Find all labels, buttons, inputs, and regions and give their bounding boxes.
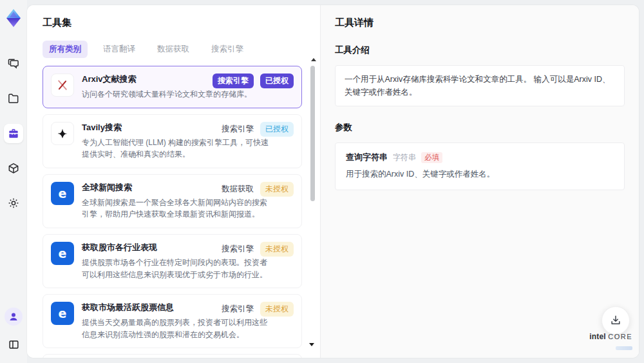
app-logo-icon[interactable] <box>3 8 24 28</box>
intel-ultra-mark <box>616 346 632 350</box>
tavily-star-icon <box>51 122 74 145</box>
tool-card-sector-performance[interactable]: e 获取股市各行业表现 提供股票市场各个行业在特定时间段内的表现。投资者可以利用… <box>43 234 302 288</box>
user-avatar[interactable] <box>5 308 23 326</box>
tool-card-tavily[interactable]: Tavily搜索 专为人工智能代理 (LLM) 构建的搜索引擎工具，可快速提供实… <box>43 114 302 168</box>
scroll-up-arrow-icon[interactable] <box>311 58 316 61</box>
collapse-sidebar-icon[interactable] <box>4 335 23 354</box>
intro-text-box: 一个用于从Arxiv存储库搜索科学论文和文章的工具。 输入可以是Arxiv ID… <box>335 65 625 106</box>
download-icon <box>609 314 622 327</box>
intel-core-logo: intel core <box>589 330 632 353</box>
cube-icon[interactable] <box>4 159 23 178</box>
param-type: 字符串 <box>393 152 416 163</box>
arxiv-logo-icon <box>51 74 74 97</box>
blue-e-logo-icon: e <box>51 182 74 205</box>
settings-gear-icon[interactable] <box>4 193 23 213</box>
tab-all-categories[interactable]: 所有类别 <box>43 41 88 58</box>
tool-description: 提供股票市场各个行业在特定时间段内的表现。投资者可以利用这些信息来识别表现优于或… <box>82 257 270 280</box>
category-tabs: 所有类别 语言翻译 数据获取 搜索引擎 <box>43 41 305 58</box>
blue-e-logo-icon: e <box>51 242 74 265</box>
intel-wordmark: intel <box>589 332 606 341</box>
tool-card-global-news[interactable]: e 全球新闻搜索 全球新闻搜索是一个聚合全球各大新闻网站内容的搜索引擎，帮助用户… <box>43 174 302 228</box>
category-label: 数据获取 <box>222 184 254 195</box>
intro-heading: 工具介绍 <box>335 44 625 56</box>
chat-icon[interactable] <box>4 54 23 74</box>
category-label: 搜索引擎 <box>222 124 254 135</box>
core-wordmark: core <box>608 333 632 340</box>
tool-description: 提供当天交易量最高的股票列表，投资者可以利用这些信息来识别流动性强的股票和潜在的… <box>82 317 270 340</box>
auth-status-badge: 已授权 <box>260 74 294 88</box>
param-description: 用于搜索的Arxiv ID、关键字或作者姓名。 <box>346 169 614 180</box>
category-badge: 搜索引擎 <box>213 74 254 88</box>
params-heading: 参数 <box>335 122 625 133</box>
list-scrollbar[interactable] <box>310 57 316 351</box>
category-label: 搜索引擎 <box>222 304 254 315</box>
category-label: 搜索引擎 <box>222 244 254 255</box>
tool-card-active-stocks[interactable]: e 获取市场最活跃股票信息 提供当天交易量最高的股票列表，投资者可以利用这些信息… <box>43 294 302 348</box>
parameter-item: 查询字符串 字符串 必填 用于搜索的Arxiv ID、关键字或作者姓名。 <box>335 142 625 190</box>
tool-card-arxiv[interactable]: Arxiv文献搜索 访问各个研究领域大量科学论文和文章的存储库。 搜索引擎 已授… <box>43 66 302 108</box>
tab-language-translation[interactable]: 语言翻译 <box>97 41 142 58</box>
tool-description: 全球新闻搜索是一个聚合全球各大新闻网站内容的搜索引擎，帮助用户快速获取全球最新资… <box>82 197 270 221</box>
main-window: 工具集 所有类别 语言翻译 数据获取 搜索引擎 A <box>27 5 639 358</box>
tool-description: 访问各个研究领域大量科学论文和文章的存储库。 <box>82 88 270 101</box>
auth-status-badge: 未授权 <box>260 182 294 197</box>
tab-search-engine[interactable]: 搜索引擎 <box>205 41 250 58</box>
tool-list: Arxiv文献搜索 访问各个研究领域大量科学论文和文章的存储库。 搜索引擎 已授… <box>43 66 305 358</box>
toolbox-icon[interactable] <box>4 124 23 143</box>
scrollbar-thumb[interactable] <box>310 66 315 201</box>
auth-status-badge: 未授权 <box>260 302 294 317</box>
folder-icon[interactable] <box>4 89 23 108</box>
param-name: 查询字符串 <box>346 152 388 163</box>
auth-status-badge: 已授权 <box>260 122 294 137</box>
page-title: 工具集 <box>43 17 305 29</box>
scroll-down-arrow-icon[interactable] <box>309 343 314 346</box>
tab-data-fetch[interactable]: 数据获取 <box>151 41 196 58</box>
param-required-badge: 必填 <box>421 152 442 163</box>
detail-title: 工具详情 <box>335 17 625 29</box>
tool-list-panel: 工具集 所有类别 语言翻译 数据获取 搜索引擎 A <box>27 5 320 358</box>
tool-detail-panel: 工具详情 工具介绍 一个用于从Arxiv存储库搜索科学论文和文章的工具。 输入可… <box>320 5 639 358</box>
tool-description: 专为人工智能代理 (LLM) 构建的搜索引擎工具，可快速提供实时、准确和真实的结… <box>82 137 270 161</box>
sidebar <box>0 0 27 363</box>
tool-card-regional-news[interactable]: 万维地区新闻查询 查询具体行政区划内的新闻，快速了解各地新闻动 搜索引擎 未授权 <box>43 354 302 358</box>
blue-e-logo-icon: e <box>51 302 74 325</box>
auth-status-badge: 未授权 <box>260 242 294 257</box>
sidebar-nav <box>4 54 23 213</box>
